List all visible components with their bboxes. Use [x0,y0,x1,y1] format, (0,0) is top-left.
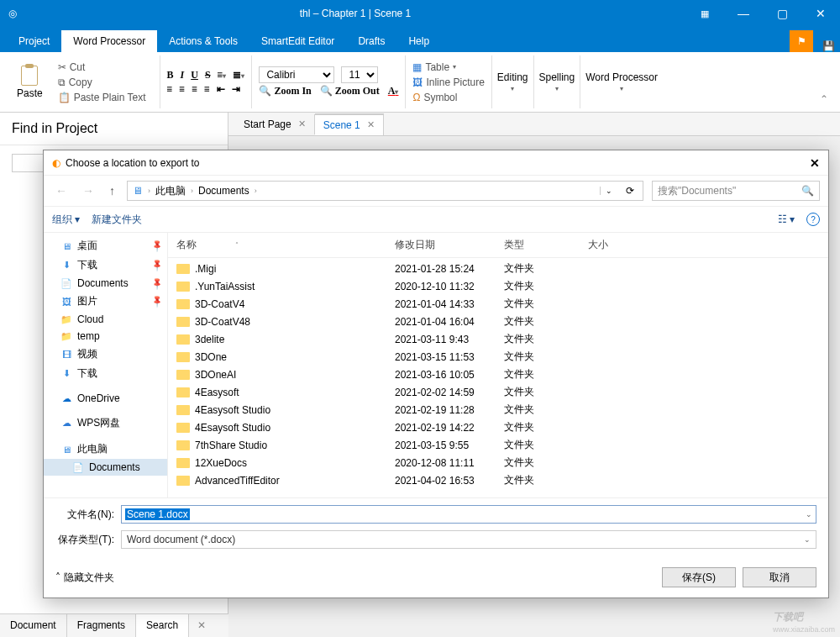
view-mode-button[interactable]: ☷ ▾ [778,213,795,225]
close-icon[interactable]: ✕ [367,119,375,130]
indent-decrease-button[interactable]: ⇤ [217,83,225,96]
btab-close[interactable]: ✕ [189,614,214,637]
file-row[interactable]: 3D-CoatV482021-01-04 16:04文件夹 [176,313,820,330]
filetype-select[interactable]: Word document (*.docx)⌄ [121,530,816,549]
dialog-close-button[interactable]: ✕ [810,156,820,170]
tab-actions-tools[interactable]: Actions & Tools [157,30,249,52]
file-row[interactable]: 7thShare Studio2021-03-15 9:55文件夹 [176,436,820,454]
file-row[interactable]: 4Easysoft2021-02-02 14:59文件夹 [176,383,820,401]
filename-input[interactable]: Scene 1.docx⌄ [121,505,816,524]
editing-button[interactable]: Editing▾ [492,55,534,108]
file-row[interactable]: .Migi2021-01-28 15:24文件夹 [176,260,820,277]
align-center-button[interactable]: ≡ [179,83,185,96]
paste-button[interactable]: Paste [12,64,48,101]
tree-item[interactable]: 🖥桌面📌 [44,236,167,255]
close-button[interactable]: ✕ [801,0,840,27]
numbering-button[interactable]: ≣▾ [233,69,244,82]
tree-item[interactable]: 📄Documents📌 [44,275,167,292]
tab-smartedit-editor[interactable]: SmartEdit Editor [249,30,346,52]
tree-item[interactable]: 📄Documents [44,459,167,476]
doctab-start-page[interactable]: Start Page✕ [235,114,315,134]
cut-button[interactable]: ✂Cut [58,61,146,74]
paste-plain-button[interactable]: 📋Paste Plain Text [58,91,146,104]
file-row[interactable]: 3DOne2021-03-15 11:53文件夹 [176,348,820,366]
zoom-out-button[interactable]: 🔍 Zoom Out [320,85,380,97]
maximize-button[interactable]: ▢ [763,0,801,27]
file-row[interactable]: 3D-CoatV42021-01-04 14:33文件夹 [176,295,820,313]
close-icon[interactable]: ✕ [298,118,306,129]
file-row[interactable]: 12XueDocs2020-12-08 11:11文件夹 [176,454,820,471]
bold-button[interactable]: B [167,69,174,82]
font-style-row: B I U S ≡▾ ≣▾ [167,69,245,82]
tree-item[interactable]: ⬇下载 [44,364,167,383]
bullets-button[interactable]: ≡▾ [218,69,227,82]
file-row[interactable]: 3delite2021-03-11 9:43文件夹 [176,330,820,348]
tree-item[interactable]: ☁OneDrive [44,390,167,407]
breadcrumb-item[interactable]: 此电脑 [155,184,186,198]
strike-button[interactable]: S [205,69,211,82]
save-icon[interactable]: 💾 [816,40,840,52]
copy-button[interactable]: ⧉Copy [58,76,146,89]
nav-up-button[interactable]: ↑ [106,184,118,197]
folder-icon [176,334,190,345]
spelling-button[interactable]: Spelling▾ [534,55,581,108]
font-size-select[interactable]: 11 [341,66,378,83]
nav-back-button[interactable]: ← [52,184,71,197]
file-list[interactable]: .Migi2021-01-28 15:24文件夹.YunTaiAssist202… [168,258,828,497]
table-button[interactable]: ▦Table▾ [412,61,484,74]
chevron-down-icon[interactable]: ⌄ [804,535,811,544]
file-row[interactable]: .YunTaiAssist2020-12-10 11:32文件夹 [176,277,820,295]
underline-button[interactable]: U [191,69,198,82]
folder-tree[interactable]: 🖥桌面📌⬇下载📌📄Documents📌🖼图片📌📁Cloud📁temp🎞视频⬇下载… [44,233,168,497]
refresh-button[interactable]: ⟳ [622,185,638,197]
breadcrumb[interactable]: 🖥 › 此电脑 › Documents › ⌄ ⟳ [127,181,643,201]
hide-folders-toggle[interactable]: ˄隐藏文件夹 [55,571,114,585]
btab-fragments[interactable]: Fragments [67,614,136,637]
search-box[interactable]: 搜索"Documents" 🔍 [652,181,820,201]
align-justify-button[interactable]: ≡ [204,83,210,96]
help-button[interactable]: ? [806,213,820,226]
tab-project[interactable]: Project [7,30,61,52]
file-row[interactable]: AdvancedTiffEditor2021-04-02 16:53文件夹 [176,471,820,489]
tree-item[interactable]: 🖼图片📌 [44,292,167,311]
tree-item[interactable]: 📁Cloud [44,311,167,328]
video-icon: 🎞 [60,349,72,361]
file-list-header[interactable]: 名称˄ 修改日期 类型 大小 [168,233,828,258]
doctab-scene-1[interactable]: Scene 1✕ [315,113,384,135]
file-row[interactable]: 4Easysoft Studio2021-02-19 11:28文件夹 [176,401,820,419]
word-processor-button[interactable]: Word Processor▾ [580,55,663,108]
indent-increase-button[interactable]: ⇥ [232,83,240,96]
tree-item[interactable]: 🎞视频 [44,345,167,364]
tree-item[interactable]: ☁WPS网盘 [44,413,167,433]
minimize-button[interactable]: — [724,0,763,27]
font-color-button[interactable]: A▾ [388,85,399,97]
inline-picture-button[interactable]: 🖼Inline Picture [412,76,484,89]
btab-document[interactable]: Document [0,614,67,637]
breadcrumb-dropdown[interactable]: ⌄ [600,187,617,195]
btab-search[interactable]: Search [136,614,189,637]
ribbon-collapse-icon[interactable]: ⌃ [813,90,835,108]
tree-item[interactable]: 🖥此电脑 [44,440,167,459]
align-left-button[interactable]: ≡ [167,83,173,96]
tab-drafts[interactable]: Drafts [346,30,396,52]
tab-word-processor[interactable]: Word Processor [61,30,157,52]
breadcrumb-item[interactable]: Documents [198,185,249,197]
chevron-down-icon[interactable]: ⌄ [806,510,812,519]
window-layout-icon[interactable]: ▦ [685,0,724,27]
cancel-button[interactable]: 取消 [743,567,816,587]
file-row[interactable]: 4Esaysoft Studio2021-02-19 14:22文件夹 [176,419,820,436]
organize-button[interactable]: 组织 ▾ [52,213,80,227]
new-folder-button[interactable]: 新建文件夹 [92,213,142,227]
italic-button[interactable]: I [181,69,185,82]
flag-icon[interactable]: ⚑ [790,30,813,52]
tree-item[interactable]: ⬇下载📌 [44,255,167,275]
align-right-button[interactable]: ≡ [192,83,197,96]
tab-help[interactable]: Help [396,30,441,52]
tree-item[interactable]: 📁temp [44,328,167,345]
nav-forward-button[interactable]: → [79,184,97,197]
file-row[interactable]: 3DOneAI2021-03-16 10:05文件夹 [176,366,820,383]
save-button[interactable]: 保存(S) [662,567,736,587]
font-family-select[interactable]: Calibri [259,66,334,83]
symbol-button[interactable]: ΩSymbol [412,91,484,104]
zoom-in-button[interactable]: 🔍 Zoom In [259,85,311,97]
